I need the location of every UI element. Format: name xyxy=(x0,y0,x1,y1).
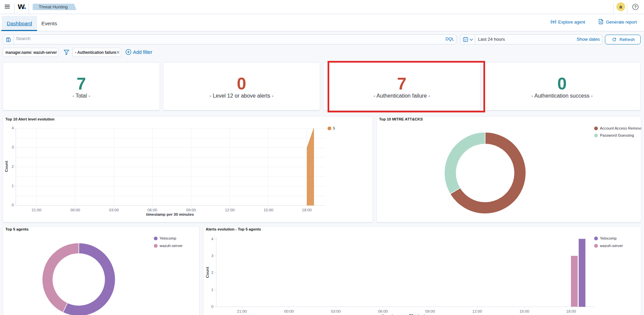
svg-text:?: ? xyxy=(634,5,637,9)
